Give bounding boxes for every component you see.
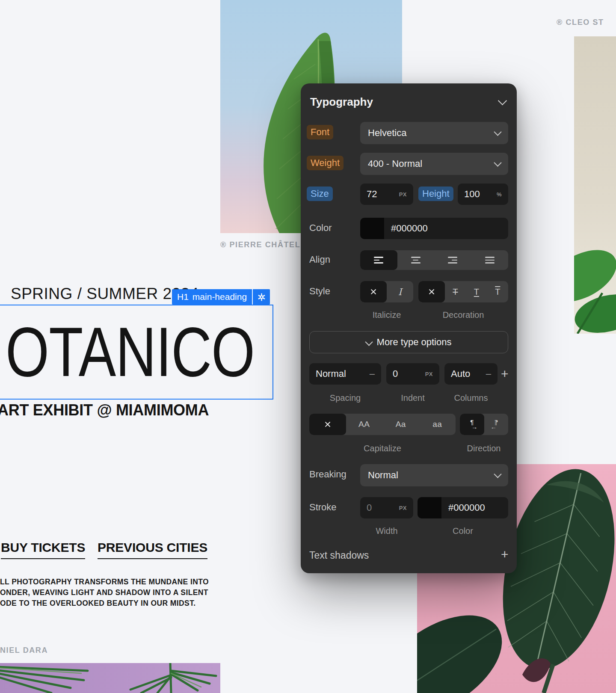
breaking-value: Normal <box>368 470 398 481</box>
stroke-label: Stroke <box>309 502 337 513</box>
typography-panel: Typography Font Helvetica Weight 400 - N… <box>301 83 517 573</box>
indent-input[interactable]: 0 PX <box>386 363 439 385</box>
italic-off-button[interactable] <box>360 281 387 302</box>
font-value: Helvetica <box>368 127 406 139</box>
stroke-color-sublabel: Color <box>453 526 473 536</box>
indent-sublabel: Indent <box>401 393 425 403</box>
columns-input[interactable]: Auto – <box>444 363 498 385</box>
chevron-down-icon <box>494 128 501 136</box>
capitalize-segmented-control: AA Aa aa <box>309 414 456 435</box>
align-label: Align <box>309 254 330 265</box>
more-type-options-button[interactable]: More type options <box>309 331 508 353</box>
stroke-color-swatch[interactable] <box>418 497 441 518</box>
align-left-button[interactable] <box>360 250 397 270</box>
italic-icon: I <box>398 287 402 297</box>
spacing-value: Normal <box>316 368 346 379</box>
photo-credit-daniel[interactable]: NIEL DARA <box>0 646 48 655</box>
panel-collapse-chevron-down-icon[interactable] <box>498 96 507 105</box>
spacing-sublabel: Spacing <box>330 393 361 403</box>
underline-icon: T <box>474 287 479 297</box>
weight-select[interactable]: 400 - Normal <box>360 153 508 175</box>
minus-stepper-icon[interactable]: – <box>370 368 375 379</box>
stroke-color-input[interactable]: #000000 <box>418 497 508 518</box>
italic-on-button[interactable]: I <box>387 281 413 302</box>
strikethrough-icon: T <box>453 287 458 297</box>
previous-cities-link[interactable]: PREVIOUS CITIES <box>98 540 207 559</box>
align-center-button[interactable] <box>397 250 435 270</box>
selection-layer-name: main-heading <box>192 292 247 302</box>
x-icon <box>324 421 331 428</box>
buy-tickets-link[interactable]: BUY TICKETS <box>1 540 85 559</box>
titlecase-button[interactable]: Aa <box>382 414 419 435</box>
weight-label[interactable]: Weight <box>307 156 344 170</box>
direction-sublabel: Direction <box>467 444 501 453</box>
capitalize-none-button[interactable] <box>309 414 346 435</box>
uppercase-button[interactable]: AA <box>346 414 383 435</box>
align-right-button[interactable] <box>434 250 471 270</box>
chevron-down-icon <box>494 159 501 166</box>
more-type-options-label: More type options <box>377 337 452 348</box>
photo-credit-pierre[interactable]: ® PIERRE CHÂTEL <box>220 240 300 249</box>
add-column-plus-icon[interactable]: + <box>501 367 509 380</box>
palm-fronds-illustration <box>0 663 220 693</box>
selection-tag: H1 <box>177 292 189 302</box>
paragraph-line: ONDER, WEAVING LIGHT AND SHADOW INTO A S… <box>0 587 209 598</box>
add-text-shadow-plus-icon[interactable]: + <box>501 548 509 561</box>
align-center-icon <box>411 257 421 264</box>
capitalize-sublabel: Capitalize <box>364 444 401 453</box>
intro-paragraph[interactable]: LL PHOTOGRAPHY TRANSFORMS THE MUNDANE IN… <box>0 577 209 609</box>
align-justify-button[interactable] <box>471 250 509 270</box>
stroke-width-input[interactable]: 0 PX <box>360 497 413 518</box>
italicize-segmented-control: I <box>360 281 413 302</box>
paragraph-line: LL PHOTOGRAPHY TRANSFORMS THE MUNDANE IN… <box>0 577 209 587</box>
align-justify-icon <box>485 257 495 264</box>
height-label[interactable]: Height <box>418 187 453 201</box>
italicize-sublabel: Italicize <box>373 310 401 320</box>
breaking-select[interactable]: Normal <box>360 464 508 486</box>
panel-title: Typography <box>310 95 373 109</box>
settings-icon[interactable] <box>253 289 270 305</box>
color-swatch[interactable] <box>360 218 384 239</box>
direction-rtl-button[interactable]: ¶ ← <box>484 414 509 435</box>
photo-credit-cleo[interactable]: ® CLEO ST <box>557 18 604 27</box>
minus-stepper-icon[interactable]: – <box>486 368 491 379</box>
indent-unit: PX <box>425 371 433 377</box>
underline-button[interactable]: T <box>466 281 487 302</box>
beige-leaf-illustration <box>574 36 616 334</box>
stroke-width-value: 0 <box>367 502 372 513</box>
size-label[interactable]: Size <box>307 187 333 201</box>
paragraph-line: ODE TO THE OVERLOOKED BEAUTY IN OUR MIDS… <box>0 598 209 609</box>
height-value: 100 <box>464 189 480 200</box>
color-label: Color <box>309 222 332 234</box>
size-input[interactable]: 72 PX <box>360 184 413 205</box>
x-icon <box>428 288 435 295</box>
color-value: #000000 <box>391 223 428 234</box>
main-heading-text[interactable]: OTANICO <box>6 317 255 387</box>
font-select[interactable]: Helvetica <box>360 122 508 144</box>
align-left-icon <box>374 257 383 264</box>
selection-badge[interactable]: H1 main-heading <box>172 289 270 305</box>
align-right-icon <box>448 257 457 264</box>
lowercase-icon: aa <box>432 420 442 429</box>
font-label[interactable]: Font <box>307 125 333 139</box>
height-input[interactable]: 100 % <box>458 184 508 205</box>
photo-purple-palms[interactable] <box>0 663 220 693</box>
decoration-sublabel: Decoration <box>443 310 484 320</box>
decoration-segmented-control: T T T <box>418 281 508 302</box>
lowercase-button[interactable]: aa <box>419 414 456 435</box>
direction-ltr-button[interactable]: ¶ → <box>460 414 484 435</box>
decoration-none-button[interactable] <box>418 281 445 302</box>
spacing-input[interactable]: Normal – <box>309 363 381 385</box>
sub-heading-text[interactable]: ART EXHIBIT @ MIAMIMOMA <box>0 401 209 419</box>
photo-beige-leaf[interactable] <box>574 36 616 334</box>
size-unit: PX <box>399 191 407 198</box>
overline-button[interactable]: T <box>487 281 508 302</box>
strikethrough-button[interactable]: T <box>445 281 466 302</box>
direction-ltr-icon: ¶ → <box>469 419 475 430</box>
stroke-color-value: #000000 <box>448 502 485 513</box>
text-color-input[interactable]: #000000 <box>360 218 508 239</box>
eyebrow-heading[interactable]: SPRING / SUMMER 2024 <box>11 285 199 303</box>
direction-rtl-icon: ¶ ← <box>493 419 499 430</box>
chevron-down-icon <box>365 338 373 346</box>
columns-value: Auto <box>451 368 470 379</box>
